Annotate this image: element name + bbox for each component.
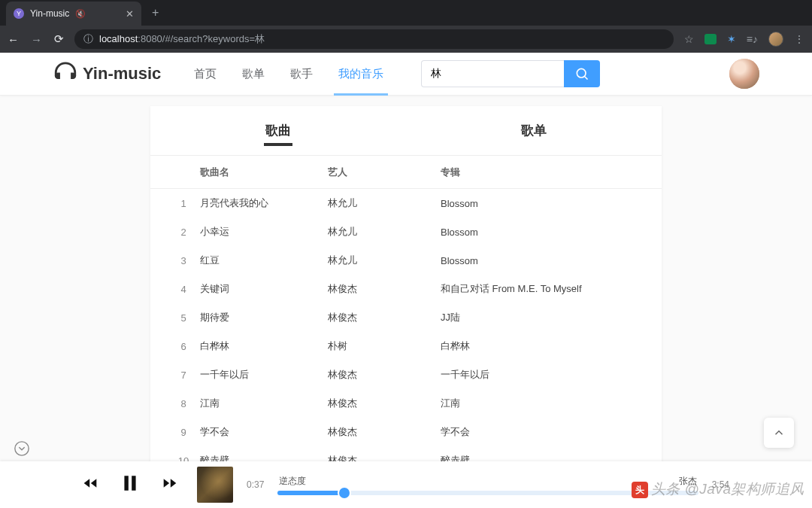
table-row[interactable]: 1月亮代表我的心林允儿Blossom xyxy=(150,189,662,217)
cell-song-name: 期待爱 xyxy=(200,311,328,324)
row-index: 8 xyxy=(167,398,200,409)
back-button[interactable]: ← xyxy=(8,33,19,46)
row-index: 7 xyxy=(167,370,200,381)
main-nav: 首页 歌单 歌手 我的音乐 xyxy=(194,53,383,95)
profile-avatar-icon[interactable] xyxy=(768,32,783,47)
table-row[interactable]: 10醉赤壁林俊杰醉赤壁 xyxy=(150,446,662,461)
browser-chrome: Y Yin-music 🔇 ✕ + ← → ⟳ ⓘ localhost:8080… xyxy=(0,0,812,53)
browser-menu-icon[interactable]: ⋮ xyxy=(794,33,804,45)
nav-home[interactable]: 首页 xyxy=(194,53,217,95)
result-tabs: 歌曲 歌单 xyxy=(150,106,662,156)
table-row[interactable]: 7一千年以后林俊杰一千年以后 xyxy=(150,360,662,389)
cell-song-name: 醉赤壁 xyxy=(200,454,328,461)
cell-artist: 林俊杰 xyxy=(328,368,441,382)
url-host: localhost xyxy=(99,33,138,44)
cell-artist: 林俊杰 xyxy=(328,311,441,324)
headphones-icon xyxy=(53,61,78,87)
cell-album: Blossom xyxy=(441,198,645,209)
cell-artist: 林俊杰 xyxy=(328,454,441,461)
cell-album: 和自己对话 From M.E. To Myself xyxy=(441,282,645,296)
user-avatar[interactable] xyxy=(729,59,759,89)
cell-artist: 林允儿 xyxy=(328,196,441,210)
cell-artist: 林俊杰 xyxy=(328,425,441,439)
logo-text: Yin-music xyxy=(83,64,161,84)
table-body: 1月亮代表我的心林允儿Blossom2小幸运林允儿Blossom3红豆林允儿Bl… xyxy=(150,189,662,461)
bookmark-icon[interactable]: ☆ xyxy=(684,33,694,45)
address-bar[interactable]: ⓘ localhost:8080/#/search?keywords=林 xyxy=(74,29,674,49)
forward-button[interactable]: → xyxy=(31,33,42,46)
cell-album: Blossom xyxy=(441,227,645,238)
nav-singer[interactable]: 歌手 xyxy=(290,53,313,95)
cell-song-name: 一千年以后 xyxy=(200,368,328,382)
page-background: 歌曲 歌单 歌曲名 艺人 专辑 1月亮代表我的心林允儿Blossom2小幸运林允… xyxy=(0,96,812,461)
cell-album: 醉赤壁 xyxy=(441,454,645,461)
svg-point-2 xyxy=(15,442,29,455)
row-index: 2 xyxy=(167,227,200,238)
search-results-card: 歌曲 歌单 歌曲名 艺人 专辑 1月亮代表我的心林允儿Blossom2小幸运林允… xyxy=(150,106,662,461)
tab-songs[interactable]: 歌曲 xyxy=(150,106,406,155)
cell-artist: 林俊杰 xyxy=(328,397,441,410)
table-row[interactable]: 2小幸运林允儿Blossom xyxy=(150,217,662,246)
table-row[interactable]: 8江南林俊杰江南 xyxy=(150,389,662,418)
table-row[interactable]: 5期待爱林俊杰JJ陆 xyxy=(150,303,662,332)
side-collapse-toggle[interactable] xyxy=(14,440,30,460)
scroll-top-button[interactable] xyxy=(764,418,794,448)
cell-album: 江南 xyxy=(441,397,645,410)
cell-song-name: 关键词 xyxy=(200,282,328,296)
tab-mute-icon[interactable]: 🔇 xyxy=(75,9,86,19)
table-row[interactable]: 6白桦林朴树白桦林 xyxy=(150,332,662,360)
nav-playlist[interactable]: 歌单 xyxy=(242,53,265,95)
app-header: Yin-music 首页 歌单 歌手 我的音乐 xyxy=(0,53,812,96)
tab-favicon: Y xyxy=(14,8,24,19)
playlist-icon[interactable]: ≡♪ xyxy=(747,33,758,45)
cell-album: 一千年以后 xyxy=(441,368,645,382)
site-info-icon[interactable]: ⓘ xyxy=(83,32,93,46)
row-index: 6 xyxy=(167,341,200,352)
cell-album: 学不会 xyxy=(441,425,645,439)
cell-artist: 林俊杰 xyxy=(328,282,441,296)
row-index: 1 xyxy=(167,198,200,209)
tab-title: Yin-music xyxy=(30,8,69,19)
table-row[interactable]: 3红豆林允儿Blossom xyxy=(150,246,662,275)
svg-point-0 xyxy=(577,68,586,78)
search-wrap xyxy=(421,60,600,87)
cell-song-name: 江南 xyxy=(200,397,328,410)
app-logo[interactable]: Yin-music xyxy=(53,61,161,87)
nav-my-music[interactable]: 我的音乐 xyxy=(338,53,383,95)
search-icon xyxy=(574,66,589,81)
tab-close-icon[interactable]: ✕ xyxy=(126,8,134,20)
cell-artist: 林允儿 xyxy=(328,254,441,267)
browser-toolbar: ← → ⟳ ⓘ localhost:8080/#/search?keywords… xyxy=(0,26,812,53)
cell-album: 白桦林 xyxy=(441,339,645,353)
extension-icon-2[interactable]: ✶ xyxy=(727,33,736,45)
table-header: 歌曲名 艺人 专辑 xyxy=(150,156,662,189)
col-album: 专辑 xyxy=(441,166,645,179)
search-input[interactable] xyxy=(421,60,564,87)
row-index: 4 xyxy=(167,284,200,295)
row-index: 5 xyxy=(167,312,200,324)
col-song-name: 歌曲名 xyxy=(200,166,328,179)
extension-icon[interactable] xyxy=(704,34,717,44)
cell-song-name: 学不会 xyxy=(200,425,328,439)
cell-song-name: 小幸运 xyxy=(200,225,328,239)
cell-artist: 朴树 xyxy=(328,339,441,353)
new-tab-button[interactable]: + xyxy=(152,6,159,20)
row-index: 10 xyxy=(167,455,200,462)
row-index: 9 xyxy=(167,427,200,438)
cell-album: Blossom xyxy=(441,255,645,266)
col-artist: 艺人 xyxy=(328,166,441,179)
cell-song-name: 红豆 xyxy=(200,254,328,267)
tab-playlists[interactable]: 歌单 xyxy=(406,106,662,155)
chevron-up-icon xyxy=(772,426,786,440)
search-button[interactable] xyxy=(564,60,600,87)
browser-tab[interactable]: Y Yin-music 🔇 ✕ xyxy=(6,2,141,26)
reload-button[interactable]: ⟳ xyxy=(54,32,64,46)
chevron-circle-icon xyxy=(14,440,30,457)
row-index: 3 xyxy=(167,255,200,266)
svg-line-1 xyxy=(585,77,588,80)
table-row[interactable]: 4关键词林俊杰和自己对话 From M.E. To Myself xyxy=(150,275,662,303)
table-row[interactable]: 9学不会林俊杰学不会 xyxy=(150,418,662,446)
cell-song-name: 月亮代表我的心 xyxy=(200,196,328,210)
url-path: :8080/#/search?keywords=林 xyxy=(138,33,265,44)
cell-album: JJ陆 xyxy=(441,311,645,324)
